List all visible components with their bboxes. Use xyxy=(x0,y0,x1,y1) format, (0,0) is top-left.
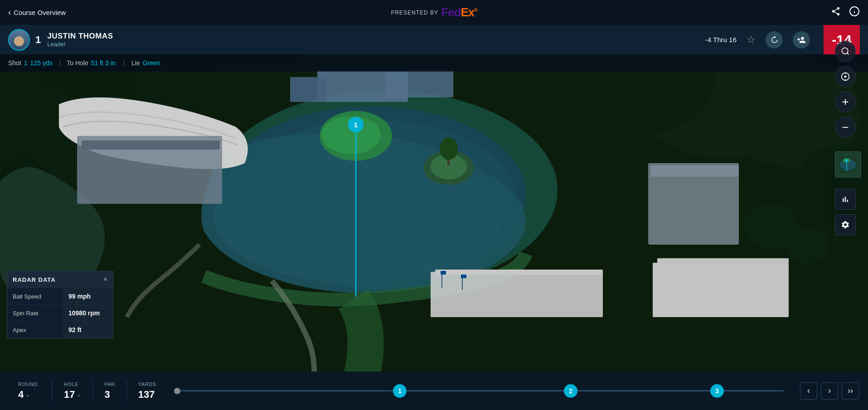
radar-row-ball-speed: Ball Speed 99 mph xyxy=(7,288,113,304)
hole-label: Hole xyxy=(64,381,78,387)
round-value: 4 xyxy=(18,389,24,400)
radar-row-apex: Apex 92 ft xyxy=(7,321,113,338)
divider-2 xyxy=(92,380,93,402)
history-button[interactable] xyxy=(766,31,783,48)
to-hole-distance: 51 ft 3 in. xyxy=(91,59,117,67)
player-avatar xyxy=(8,29,30,51)
spin-rate-value: 10980 rpm xyxy=(63,305,113,321)
stats-button[interactable] xyxy=(835,189,856,210)
radar-data-panel: RADAR DATA × Ball Speed 99 mph Spin Rate… xyxy=(7,271,113,338)
compass-button[interactable] xyxy=(835,66,856,87)
right-controls xyxy=(835,41,861,235)
follow-button[interactable] xyxy=(793,31,810,48)
presented-by-label: PRESENTED BY xyxy=(391,10,438,16)
back-label: Course Overview xyxy=(14,9,66,16)
back-chevron-icon: ‹ xyxy=(8,8,11,17)
par-value: 3 xyxy=(104,389,110,400)
yards-value: 137 xyxy=(138,389,155,400)
radar-row-spin-rate: Spin Rate 10980 rpm xyxy=(7,304,113,321)
radar-panel-header: RADAR DATA × xyxy=(7,271,113,288)
hole-value: 17 xyxy=(64,389,75,400)
bottom-bar: Round 4 ⌄ Hole 17 ⌄ Par 3 Yards 137 1 xyxy=(0,371,868,410)
hole-marker-3[interactable]: 3 xyxy=(710,384,724,398)
top-center-branding: PRESENTED BY FedEx® xyxy=(391,5,477,19)
yards-section: Yards 137 xyxy=(129,381,165,400)
hole-marker-1[interactable]: 1 xyxy=(393,384,407,398)
par-label: Par xyxy=(104,381,115,387)
player-name: JUSTIN THOMAS xyxy=(47,32,705,41)
player-title: Leader xyxy=(47,41,705,48)
slider-start xyxy=(174,388,180,394)
zoom-out-button[interactable] xyxy=(835,117,856,138)
svg-point-45 xyxy=(842,48,848,54)
par-section: Par 3 xyxy=(95,381,124,400)
shot-label: Shot xyxy=(8,59,21,67)
navigation-arrows: ‹ › ›› xyxy=(793,382,859,400)
top-navigation-bar: ‹ Course Overview PRESENTED BY FedEx® xyxy=(0,0,868,25)
radar-close-button[interactable]: × xyxy=(103,275,107,284)
divider-1 xyxy=(52,380,53,402)
favorite-button[interactable]: ☆ xyxy=(747,34,756,46)
ball-position-marker: 1 xyxy=(348,117,364,132)
player-rank: 1 xyxy=(35,34,41,46)
share-icon[interactable] xyxy=(831,6,841,19)
apex-label: Apex xyxy=(7,322,63,338)
top-right-icons xyxy=(831,6,860,19)
apex-value: 92 ft xyxy=(63,322,113,338)
next-arrow[interactable]: › xyxy=(821,382,838,400)
ball-speed-label: Ball Speed xyxy=(7,289,63,304)
yards-label: Yards xyxy=(138,381,156,387)
lie-value: Green xyxy=(143,59,160,67)
last-arrow[interactable]: ›› xyxy=(842,382,859,400)
hole-section: Hole 17 ⌄ xyxy=(55,381,90,400)
thru-score: -4 Thru 16 xyxy=(705,36,737,43)
map-thumbnail[interactable] xyxy=(835,151,861,178)
hole-dropdown-icon[interactable]: ⌄ xyxy=(77,391,81,398)
round-section: Round 4 ⌄ xyxy=(9,381,50,400)
lie-label: Lie xyxy=(131,59,140,67)
svg-point-48 xyxy=(844,76,846,77)
to-hole-label: To Hole xyxy=(67,59,88,67)
radar-title: RADAR DATA xyxy=(13,276,56,283)
shot-info-bar: Shot 1 125 yds | To Hole 51 ft 3 in. | L… xyxy=(0,54,868,72)
shot-slider-track[interactable]: 1 2 3 xyxy=(174,390,784,391)
player-info: JUSTIN THOMAS Leader xyxy=(47,32,705,48)
zoom-in-button[interactable] xyxy=(835,92,856,112)
shot-distance: 125 yds xyxy=(30,59,53,67)
ball-speed-value: 99 mph xyxy=(63,288,113,304)
hole-slider-area[interactable]: 1 2 3 xyxy=(165,390,793,391)
divider-3 xyxy=(126,380,127,402)
prev-arrow[interactable]: ‹ xyxy=(800,382,817,400)
search-button[interactable] xyxy=(835,41,856,62)
player-stats: -4 Thru 16 ☆ xyxy=(705,31,810,48)
settings-button[interactable] xyxy=(835,214,856,235)
round-dropdown-icon[interactable]: ⌄ xyxy=(25,391,30,398)
info-icon[interactable] xyxy=(849,6,860,19)
shot-number: 1 xyxy=(24,59,28,67)
svg-line-46 xyxy=(847,53,849,55)
round-label: Round xyxy=(18,381,38,387)
spin-rate-label: Spin Rate xyxy=(7,305,63,321)
player-info-bar: 1 JUSTIN THOMAS Leader -4 Thru 16 ☆ -14 xyxy=(0,25,868,54)
fedex-logo: FedEx® xyxy=(441,5,477,19)
hole-marker-2[interactable]: 2 xyxy=(564,384,577,398)
back-button[interactable]: ‹ Course Overview xyxy=(8,8,66,17)
